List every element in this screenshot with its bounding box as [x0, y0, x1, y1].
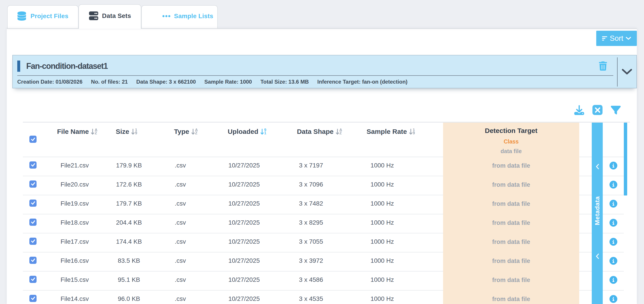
meta-inference-target: Inference Target: fan-on (detection)	[317, 79, 408, 85]
cell-detection-target: from data file	[443, 157, 579, 176]
cell-size: 172.6 KB	[104, 176, 154, 195]
sort-icon: AZ	[91, 128, 97, 135]
dataset-card: Fan-condition-dataset1 Creation Date: 01…	[12, 55, 637, 88]
sort-icon: AZ	[191, 128, 198, 135]
clear-filter-button[interactable]	[592, 105, 602, 115]
dataset-title: Fan-condition-dataset1	[26, 62, 108, 71]
cell-sample-rate: 1000 Hz	[350, 234, 418, 252]
row-info-button[interactable]	[610, 181, 617, 188]
table-scrollbar[interactable]	[624, 123, 627, 196]
row-info-button[interactable]	[610, 238, 617, 246]
collapse-dataset-button[interactable]	[618, 55, 636, 88]
column-header-uploaded[interactable]: Uploaded91	[210, 123, 280, 157]
chevron-down-icon	[622, 69, 632, 75]
metadata-strip-label: Metadata	[594, 196, 601, 225]
cell-size: 95.1 KB	[104, 272, 154, 290]
cell-data-shape: 3 x 8295	[280, 214, 350, 234]
cell-uploaded: 10/27/2025	[210, 272, 280, 290]
cell-size: 96.0 KB	[104, 290, 154, 304]
row-info-button[interactable]	[610, 295, 617, 303]
column-header-size[interactable]: Size19	[104, 123, 154, 157]
title-accent-bar	[17, 60, 20, 72]
cell-data-shape: 3 x 7197	[280, 157, 350, 176]
table-row: File19.csv179.7 KB.csv10/27/20253 x 7482…	[23, 195, 630, 214]
row-checkbox[interactable]	[29, 257, 36, 264]
tab-data-sets[interactable]: Data Sets	[78, 4, 141, 29]
cell-sample-rate: 1000 Hz	[350, 195, 418, 214]
cell-uploaded: 10/27/2025	[210, 195, 280, 214]
cell-data-shape: 3 x 3972	[280, 252, 350, 272]
cell-detection-target: from data file	[443, 195, 579, 214]
dataset-card-main: Fan-condition-dataset1 Creation Date: 01…	[13, 55, 617, 88]
sort-icon: 19	[131, 128, 137, 135]
select-all-checkbox[interactable]	[29, 136, 36, 143]
database-icon	[18, 12, 26, 21]
cell-type: .csv	[154, 252, 210, 272]
cell-sample-rate: 1000 Hz	[350, 176, 418, 195]
cell-data-shape: 3 x 7482	[280, 195, 350, 214]
row-checkbox[interactable]	[29, 276, 36, 283]
cell-size: 174.4 KB	[104, 234, 154, 252]
cell-sample-rate: 1000 Hz	[350, 272, 418, 290]
sort-lines-icon	[602, 36, 607, 40]
column-header-type[interactable]: TypeAZ	[154, 123, 210, 157]
row-checkbox[interactable]	[29, 200, 36, 207]
tab-label: Data Sets	[102, 12, 131, 20]
cell-type: .csv	[154, 157, 210, 176]
table-row: File17.csv174.4 KB.csv10/27/20253 x 7055…	[23, 234, 630, 252]
tab-project-files[interactable]: Project Files	[7, 5, 78, 28]
row-info-button[interactable]	[610, 257, 617, 265]
table-row: File18.csv204.4 KB.csv10/27/20253 x 8295…	[23, 214, 630, 234]
cell-uploaded: 10/27/2025	[210, 176, 280, 195]
trash-icon	[599, 62, 607, 70]
cell-uploaded: 10/27/2025	[210, 234, 280, 252]
sort-label: Sort	[610, 34, 623, 42]
table-row: File21.csv179.9 KB.csv10/27/20253 x 7197…	[23, 157, 630, 176]
delete-dataset-button[interactable]	[599, 62, 607, 70]
meta-data-shape: Data Shape: 3 x 662100	[136, 79, 196, 85]
column-header-rate[interactable]: Sample Rate19	[350, 123, 418, 157]
chevron-down-icon	[626, 37, 631, 40]
cell-file-name: File19.csv	[47, 195, 104, 214]
content-sheet: Sort Fan-condition-dataset1 C	[7, 28, 637, 304]
row-checkbox[interactable]	[29, 238, 36, 245]
download-button[interactable]	[574, 105, 584, 115]
cell-detection-target: from data file	[443, 290, 579, 304]
sort-icon: 19	[409, 128, 415, 135]
table-row: File16.csv83.5 KB.csv10/27/20253 x 39721…	[23, 252, 630, 272]
row-checkbox[interactable]	[29, 295, 36, 302]
table-tools	[574, 105, 621, 115]
cell-file-name: File18.csv	[47, 214, 104, 234]
dataset-meta: Creation Date: 01/08/2026 No. of files: …	[17, 76, 613, 88]
cell-type: .csv	[154, 195, 210, 214]
filter-button[interactable]	[611, 105, 621, 115]
metadata-strip[interactable]: Metadata	[592, 123, 603, 304]
column-header-shape[interactable]: Data ShapeAZ	[280, 123, 350, 157]
cell-uploaded: 10/27/2025	[210, 214, 280, 234]
row-info-button[interactable]	[610, 162, 617, 170]
meta-file-count: No. of files: 21	[91, 79, 128, 85]
cell-size: 179.9 KB	[104, 157, 154, 176]
server-icon	[89, 12, 98, 20]
tab-sample-lists[interactable]: Sample Lists	[141, 5, 218, 28]
tab-label: Project Files	[30, 12, 68, 20]
cell-file-name: File21.csv	[47, 157, 104, 176]
sort-button[interactable]: Sort	[596, 31, 637, 46]
meta-sample-rate: Sample Rate: 1000	[204, 79, 252, 85]
row-info-button[interactable]	[610, 276, 617, 284]
row-checkbox[interactable]	[29, 180, 36, 188]
cell-data-shape: 3 x 7096	[280, 176, 350, 195]
column-header-name[interactable]: File NameAZ	[47, 123, 104, 157]
files-table: File NameAZSize19TypeAZUploaded91Data Sh…	[23, 122, 630, 304]
cell-uploaded: 10/27/2025	[210, 290, 280, 304]
row-checkbox[interactable]	[29, 162, 36, 168]
cell-size: 179.7 KB	[104, 195, 154, 214]
row-checkbox[interactable]	[29, 218, 36, 226]
row-info-button[interactable]	[610, 200, 617, 208]
cell-sample-rate: 1000 Hz	[350, 214, 418, 234]
cell-uploaded: 10/27/2025	[210, 157, 280, 176]
download-icon	[574, 105, 584, 115]
cell-file-name: File17.csv	[47, 234, 104, 252]
cell-data-shape: 3 x 7055	[280, 234, 350, 252]
row-info-button[interactable]	[610, 219, 617, 227]
